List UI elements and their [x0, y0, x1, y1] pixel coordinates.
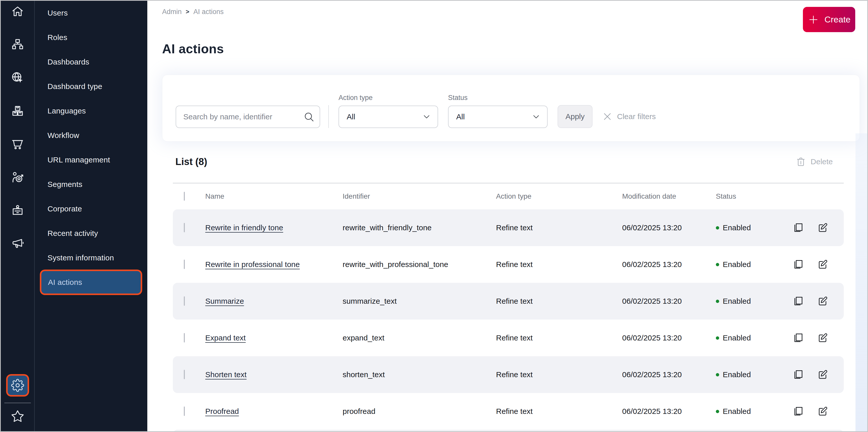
row-name-link[interactable]: Proofread: [205, 407, 239, 416]
row-status: Enabled: [716, 223, 793, 232]
rail-item-settings[interactable]: [8, 376, 28, 395]
row-identifier: rewrite_with_professional_tone: [343, 260, 496, 269]
duplicate-button[interactable]: [793, 222, 804, 233]
duplicate-button[interactable]: [793, 406, 804, 417]
row-actions: [793, 222, 844, 233]
apply-button[interactable]: Apply: [558, 105, 592, 128]
row-checkbox[interactable]: [184, 370, 185, 379]
delete-button[interactable]: Delete: [796, 157, 833, 167]
edit-icon: [817, 369, 828, 380]
rail-item-products[interactable]: [10, 104, 25, 118]
row-action-type: Refine text: [496, 297, 622, 305]
breadcrumb-admin[interactable]: Admin: [162, 8, 182, 16]
row-action-type: Refine text: [496, 334, 622, 342]
duplicate-button[interactable]: [793, 332, 804, 343]
status-text: Enabled: [723, 370, 751, 379]
sidebar-item-segments[interactable]: Segments: [35, 172, 147, 197]
delete-button-label: Delete: [811, 157, 833, 166]
status-dot: [716, 263, 719, 266]
column-header-action-type: Action type: [496, 192, 622, 200]
sidebar-item-roles[interactable]: Roles: [35, 25, 147, 50]
rail-bottom-section: [4, 376, 31, 431]
rail-item-targeting[interactable]: [10, 170, 25, 185]
edit-button[interactable]: [817, 296, 828, 307]
row-identifier: shorten_text: [343, 370, 496, 379]
list-header: List (8) Delete: [162, 156, 860, 168]
row-checkbox[interactable]: [184, 260, 185, 269]
edit-button[interactable]: [817, 406, 828, 417]
sidebar-item-users[interactable]: Users: [35, 1, 147, 25]
duplicate-button[interactable]: [793, 259, 804, 270]
rail-item-globe[interactable]: [10, 71, 25, 85]
edit-button[interactable]: [817, 222, 828, 233]
row-actions: [793, 296, 844, 307]
rail-item-corporate-badge[interactable]: [10, 203, 25, 218]
row-name-link[interactable]: Summarize: [205, 297, 244, 305]
edit-button[interactable]: [817, 259, 828, 270]
filter-divider: [328, 105, 329, 128]
rail-item-structure[interactable]: [10, 37, 25, 52]
sidebar-item-ai-actions[interactable]: AI actions: [41, 271, 141, 294]
sidebar-item-dashboard-type[interactable]: Dashboard type: [35, 74, 147, 99]
row-status: Enabled: [716, 370, 793, 379]
edit-button[interactable]: [817, 332, 828, 343]
copy-icon: [793, 296, 804, 307]
row-identifier: rewrite_with_friendly_tone: [343, 223, 496, 232]
star-icon: [10, 409, 25, 424]
row-name-link[interactable]: Rewrite in friendly tone: [205, 223, 283, 232]
row-checkbox[interactable]: [184, 223, 185, 232]
x-icon: [602, 111, 613, 122]
row-name-link[interactable]: Rewrite in professional tone: [205, 260, 300, 269]
breadcrumb: Admin > AI actions: [162, 7, 860, 16]
row-identifier: summarize_text: [343, 297, 496, 305]
sidebar-item-languages[interactable]: Languages: [35, 99, 147, 123]
rail-divider: [4, 403, 31, 403]
search-input[interactable]: [176, 106, 320, 128]
edit-icon: [817, 296, 828, 307]
sidebar-item-url-management[interactable]: URL management: [35, 148, 147, 172]
duplicate-button[interactable]: [793, 369, 804, 380]
sidebar-item-recent-activity[interactable]: Recent activity: [35, 221, 147, 245]
row-name-link[interactable]: Expand text: [205, 334, 246, 342]
row-checkbox[interactable]: [184, 333, 185, 342]
rail-item-home[interactable]: [10, 4, 25, 19]
row-name-link[interactable]: Shorten text: [205, 370, 247, 379]
copy-icon: [793, 259, 804, 270]
home-icon: [10, 4, 25, 19]
row-modification-date: 06/02/2025 13:20: [622, 334, 716, 342]
duplicate-button[interactable]: [793, 296, 804, 307]
status-text: Enabled: [723, 297, 751, 305]
status-dot: [716, 226, 719, 230]
action-type-select[interactable]: All: [339, 106, 438, 128]
clear-filters-button[interactable]: Clear filters: [602, 105, 656, 128]
create-button[interactable]: Create: [803, 7, 855, 32]
clear-filters-label: Clear filters: [617, 112, 656, 121]
chevron-down-icon: [422, 112, 431, 122]
row-action-type: Refine text: [496, 260, 622, 269]
copy-icon: [793, 332, 804, 343]
status-select[interactable]: All: [448, 106, 548, 128]
edit-button[interactable]: [817, 369, 828, 380]
row-checkbox[interactable]: [184, 296, 185, 306]
row-status: Enabled: [716, 407, 793, 416]
sidebar-item-workflow[interactable]: Workflow: [35, 123, 147, 148]
copy-icon: [793, 369, 804, 380]
sidebar-item-corporate[interactable]: Corporate: [35, 197, 147, 221]
plus-icon: [807, 14, 819, 26]
rail-item-announcements[interactable]: [10, 236, 25, 251]
sidebar-item-system-information[interactable]: System information: [35, 245, 147, 270]
table-row: Summarize summarize_text Refine text 06/…: [173, 283, 844, 320]
rail-item-commerce[interactable]: [10, 137, 25, 151]
row-checkbox[interactable]: [184, 406, 185, 416]
rail-item-favorites[interactable]: [10, 409, 25, 424]
table-row: Expand text expand_text Refine text 06/0…: [173, 320, 844, 356]
breadcrumb-separator: >: [186, 8, 189, 15]
admin-sidebar: UsersRolesDashboardsDashboard typeLangua…: [34, 1, 147, 431]
row-modification-date: 06/02/2025 13:20: [622, 370, 716, 379]
ai-actions-table: Name Identifier Action type Modification…: [173, 183, 844, 432]
action-type-label: Action type: [339, 94, 438, 102]
table-row-partial: [173, 430, 844, 432]
select-all-checkbox[interactable]: [184, 192, 185, 201]
status-text: Enabled: [723, 407, 751, 416]
sidebar-item-dashboards[interactable]: Dashboards: [35, 50, 147, 74]
